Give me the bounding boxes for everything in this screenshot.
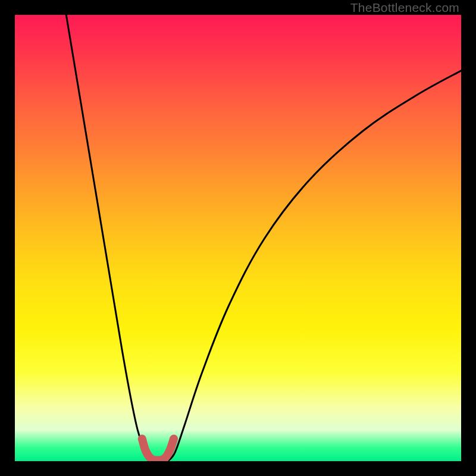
watermark-text: TheBottleneck.com [350,1,459,15]
curve-left-branch [66,15,151,461]
curve-trough-marker [142,439,174,461]
curve-right-branch [169,71,461,461]
chart-frame [15,15,461,461]
chart-svg [15,15,461,461]
